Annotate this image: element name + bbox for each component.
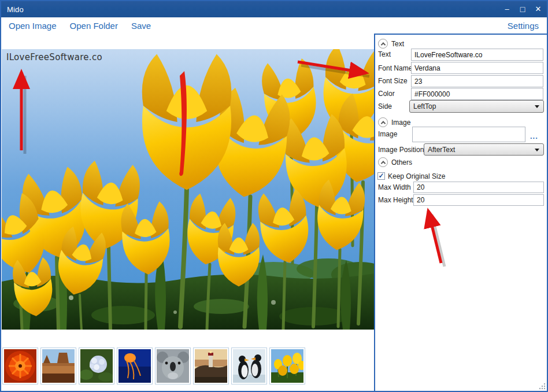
thumbnail-tulips[interactable]: [269, 347, 305, 384]
window-title: Mido: [7, 5, 24, 14]
others-section-header: Others: [391, 158, 412, 167]
dropdown-arrow-icon: [535, 149, 539, 151]
watermark-text-input[interactable]: [411, 49, 543, 61]
text-section-expander[interactable]: Text: [378, 39, 404, 49]
image-path-input[interactable]: [412, 127, 525, 142]
image-position-label: Image Position: [378, 146, 424, 154]
dropdown-arrow-icon: [535, 105, 539, 108]
titlebar: Mido – □ ✕: [1, 1, 547, 17]
max-width-label: Max Width: [378, 183, 411, 191]
tulips-photo: [2, 49, 374, 330]
collapse-chevron-icon[interactable]: [378, 39, 388, 49]
open-folder-button[interactable]: Open Folder: [70, 21, 118, 31]
settings-panel: Text Text Font Name Font Size Color Side…: [374, 34, 547, 391]
thumbnail-lighthouse[interactable]: [193, 347, 229, 384]
color-input[interactable]: [411, 88, 543, 100]
keep-original-size-checkbox[interactable]: ✓: [377, 172, 385, 180]
maximize-icon[interactable]: □: [519, 1, 527, 17]
max-height-label: Max Height: [378, 196, 413, 204]
font-size-label: Font Size: [378, 77, 408, 85]
side-dropdown-value: LeftTop: [413, 102, 436, 110]
image-section-header: Image: [391, 119, 410, 127]
close-icon[interactable]: ✕: [534, 1, 542, 17]
settings-button[interactable]: Settings: [508, 21, 539, 31]
jellyfish-icon: [119, 349, 151, 383]
collapse-chevron-icon[interactable]: [378, 157, 388, 167]
keep-original-size-label: Keep Original Size: [388, 172, 445, 180]
others-section-expander[interactable]: Others: [378, 157, 412, 167]
image-position-value: AfterText: [428, 146, 455, 154]
minimize-icon[interactable]: –: [503, 1, 511, 17]
check-icon: ✓: [378, 173, 384, 179]
open-image-button[interactable]: Open Image: [9, 21, 57, 31]
side-dropdown[interactable]: LeftTop: [409, 100, 544, 113]
text-field-label: Text: [378, 50, 391, 58]
thumbnail-penguins[interactable]: [231, 347, 267, 384]
thumbnail-jellyfish[interactable]: [117, 347, 153, 384]
koala-icon: [157, 349, 189, 383]
text-section-header: Text: [391, 40, 404, 48]
thumbnail-koala[interactable]: [155, 347, 191, 384]
thumbnail-hydrangeas[interactable]: [79, 347, 114, 384]
chrysanthemum-icon: [4, 349, 36, 383]
thumbnail-desert[interactable]: [40, 347, 76, 384]
image-field-label: Image: [378, 130, 397, 138]
resize-grip[interactable]: [538, 382, 546, 390]
image-position-dropdown[interactable]: AfterText: [424, 143, 544, 156]
collapse-chevron-icon[interactable]: [378, 117, 388, 127]
browse-button[interactable]: ...: [530, 132, 538, 140]
font-size-input[interactable]: [411, 75, 543, 87]
save-button[interactable]: Save: [131, 21, 151, 31]
color-label: Color: [378, 90, 395, 98]
max-width-input[interactable]: [413, 182, 544, 193]
app-window: Mido – □ ✕ Open Image Open Folder Save S…: [0, 0, 548, 392]
side-label: Side: [378, 102, 392, 110]
lighthouse-icon: [195, 349, 227, 383]
hydrangeas-icon: [80, 349, 113, 383]
watermark-text: ILoveFreeSoftware.co: [6, 52, 102, 62]
font-name-label: Font Name: [378, 64, 412, 72]
desert-icon: [42, 349, 75, 383]
font-name-input[interactable]: [411, 62, 543, 74]
max-height-input[interactable]: [413, 194, 544, 206]
image-preview: ILoveFreeSoftware.co: [2, 49, 374, 330]
tulips-icon: [271, 349, 303, 383]
penguins-icon: [233, 349, 265, 383]
window-controls: – □ ✕: [503, 1, 542, 17]
image-section-expander[interactable]: Image: [378, 117, 410, 127]
thumbnail-chrysanthemum[interactable]: [2, 347, 38, 384]
toolbar: Open Image Open Folder Save Settings: [1, 17, 547, 34]
thumbnail-strip: [2, 347, 305, 386]
